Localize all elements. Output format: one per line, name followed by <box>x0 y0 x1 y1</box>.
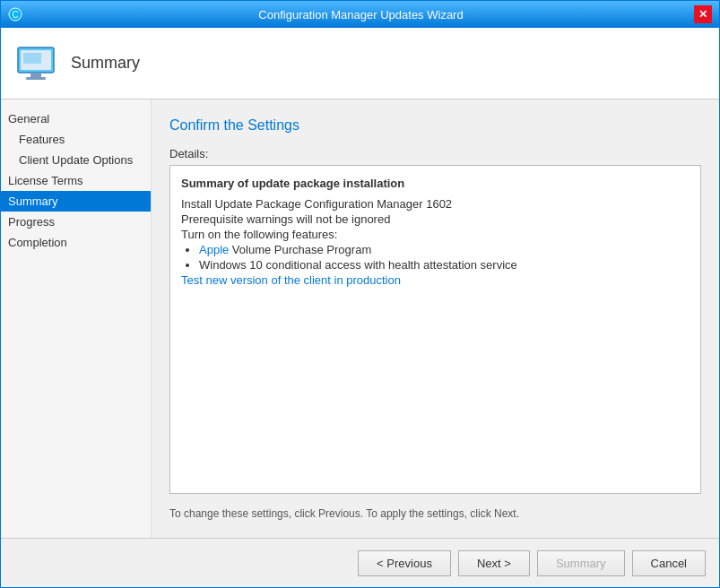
svg-text:C: C <box>12 10 18 20</box>
cancel-button[interactable]: Cancel <box>632 550 706 576</box>
header-title: Summary <box>71 54 140 73</box>
svg-rect-6 <box>23 53 41 64</box>
apple-link[interactable]: Apple <box>199 243 229 256</box>
button-bar: < Previous Next > Summary Cancel <box>1 538 719 587</box>
features-line: Turn on the following features: <box>181 228 690 241</box>
test-line: Test new version of the client in produc… <box>181 273 690 287</box>
sidebar: General Features Client Update Options L… <box>1 99 152 538</box>
main-title: Confirm the Settings <box>169 117 701 134</box>
app-icon: C <box>8 7 22 22</box>
summary-button[interactable]: Summary <box>537 550 625 576</box>
feature-apple: Apple Volume Purchase Program <box>199 243 690 256</box>
sidebar-item-license-terms[interactable]: License Terms <box>1 170 151 191</box>
details-box: Summary of update package installation I… <box>169 165 701 494</box>
content-area: General Features Client Update Options L… <box>1 99 719 538</box>
details-label: Details: <box>169 147 701 160</box>
sidebar-item-summary[interactable]: Summary <box>1 191 151 212</box>
window-title: Configuration Manager Updates Wizard <box>28 8 694 22</box>
prereq-line: Prerequisite warnings will not be ignore… <box>181 212 690 226</box>
wizard-window: C Configuration Manager Updates Wizard ✕… <box>0 0 720 588</box>
sidebar-item-client-update-options[interactable]: Client Update Options <box>1 150 151 170</box>
wizard-header: Summary <box>1 28 719 99</box>
sidebar-item-completion[interactable]: Completion <box>1 232 151 253</box>
svg-rect-4 <box>30 73 41 77</box>
feature-windows10: Windows 10 conditional access with healt… <box>199 258 690 272</box>
close-button[interactable]: ✕ <box>694 5 712 23</box>
sidebar-item-progress[interactable]: Progress <box>1 212 151 232</box>
features-list: Apple Volume Purchase Program Windows 10… <box>199 243 690 272</box>
summary-title: Summary of update package installation <box>181 177 690 190</box>
hint-text: To change these settings, click Previous… <box>169 507 701 520</box>
next-button[interactable]: Next > <box>458 550 530 576</box>
sidebar-item-features[interactable]: Features <box>1 129 151 150</box>
install-line: Install Update Package Configuration Man… <box>181 197 690 211</box>
svg-rect-5 <box>26 77 46 80</box>
previous-button[interactable]: < Previous <box>358 550 451 576</box>
computer-icon <box>14 42 57 85</box>
main-panel: Confirm the Settings Details: Summary of… <box>152 99 719 538</box>
title-bar: C Configuration Manager Updates Wizard ✕ <box>1 1 719 28</box>
sidebar-item-general[interactable]: General <box>1 108 151 129</box>
